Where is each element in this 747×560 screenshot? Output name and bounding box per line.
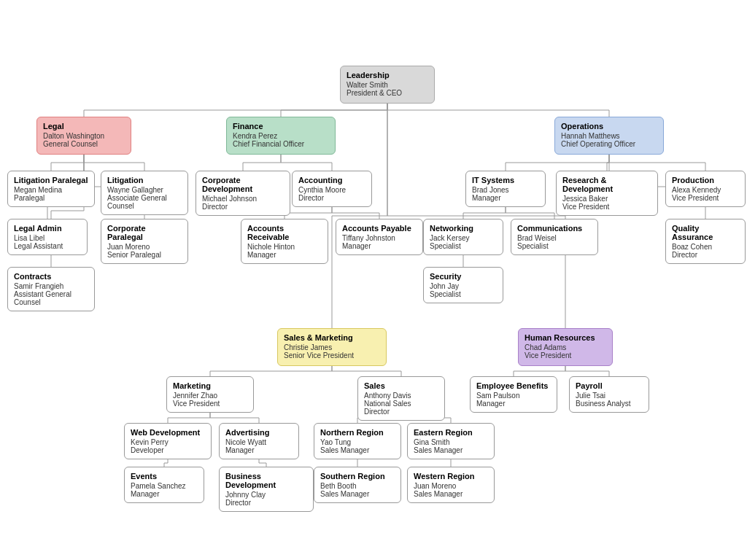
node-employee_benefits: Employee BenefitsSam PaulsonManager [470,376,557,413]
node-title-sales: Sales [364,381,438,390]
node-western_region: Western RegionJuan MorenoSales Manager [407,467,495,503]
node-legal: LegalDalton WashingtonGeneral Counsel [36,117,131,155]
node-title-communications: Communications [517,224,592,233]
node-role-accounts_pay: Manager [342,242,417,250]
node-title-contracts: Contracts [14,272,88,281]
node-title-corp_paralegal: Corporate Paralegal [107,224,182,241]
node-title-corporate_dev: Corporate Development [202,176,284,193]
node-accounts_pay: Accounts PayableTiffany JohnstonManager [336,219,423,255]
node-payroll: PayrollJulie TsaiBusiness Analyst [569,376,649,413]
node-name-sales: Anthony Davis [364,392,438,400]
node-role-litigation_paralegal: Paralegal [14,194,88,202]
node-name-events: Pamela Sanchez [131,482,198,490]
node-role-western_region: Sales Manager [414,490,488,498]
node-name-payroll: Julie Tsai [576,392,643,400]
node-eastern_region: Eastern RegionGina SmithSales Manager [407,423,495,459]
node-title-security: Security [430,272,497,281]
node-role-corporate_dev: Director [202,203,284,211]
node-role-southern_region: Sales Manager [320,490,395,498]
node-title-western_region: Western Region [414,472,488,481]
node-sales: SalesAnthony DavisNational Sales Directo… [357,376,445,421]
node-title-accounts_pay: Accounts Payable [342,224,417,233]
node-name-web_dev: Kevin Perry [131,438,205,446]
node-name-corporate_dev: Michael Johnson [202,195,284,203]
node-human_resources: Human ResourcesChad AdamsVice President [518,328,613,366]
node-role-sales: National Sales Director [364,400,438,416]
node-role-litigation: Associate General Counsel [107,194,182,210]
node-title-marketing: Marketing [173,381,247,390]
node-title-biz_dev: Business Development [225,472,307,489]
node-accounts_recv: Accounts ReceivableNichole HintonManager [241,219,328,264]
node-name-accounts_recv: Nichole Hinton [247,243,322,251]
node-title-human_resources: Human Resources [525,333,606,342]
node-title-leadership: Leadership [347,71,428,79]
node-name-it_systems: Brad Jones [472,186,539,194]
node-title-accounts_recv: Accounts Receivable [247,224,322,241]
node-name-corp_paralegal: Juan Moreno [107,243,182,251]
node-leadership: LeadershipWalter SmithPresident & CEO [340,66,435,104]
node-role-production: Vice President [672,194,739,202]
node-role-marketing: Vice President [173,400,247,408]
node-role-accounting: Director [298,194,365,202]
node-role-legal_admin: Legal Assistant [14,242,81,250]
node-title-operations: Operations [561,122,657,131]
node-litigation_paralegal: Litigation ParalegalMegan MedinaParalega… [7,171,95,207]
node-name-communications: Brad Weisel [517,234,592,242]
node-role-security: Specialist [430,290,497,298]
node-sales_marketing: Sales & MarketingChristie JamesSenior Vi… [277,328,387,366]
node-name-security: John Jay [430,282,497,290]
node-web_dev: Web DevelopmentKevin PerryDeveloper [124,423,212,459]
node-name-western_region: Juan Moreno [414,482,488,490]
node-events: EventsPamela SanchezManager [124,467,204,503]
node-role-legal: General Counsel [43,140,125,148]
node-name-eastern_region: Gina Smith [414,438,488,446]
node-role-operations: Chief Operating Officer [561,140,657,148]
node-litigation: LitigationWayne GallagherAssociate Gener… [101,171,188,215]
node-name-northern_region: Yao Tung [320,438,395,446]
node-title-sales_marketing: Sales & Marketing [284,333,380,342]
node-role-finance: Chief Financial Officer [233,140,329,148]
node-name-legal: Dalton Washington [43,132,125,140]
node-contracts: ContractsSamir FrangiehAssistant General… [7,267,95,311]
node-name-legal_admin: Lisa Libel [14,234,81,242]
node-biz_dev: Business DevelopmentJohnny ClayDirector [219,467,314,512]
node-research_dev: Research & DevelopmentJessica BakerVice … [556,171,658,216]
node-title-litigation: Litigation [107,176,182,184]
node-name-operations: Hannah Matthews [561,132,657,140]
node-networking: NetworkingJack KerseySpecialist [423,219,503,255]
node-role-payroll: Business Analyst [576,400,643,408]
org-chart: LeadershipWalter SmithPresident & CEOLeg… [0,0,747,560]
node-role-it_systems: Manager [472,194,539,202]
node-name-leadership: Walter Smith [347,81,428,89]
node-title-finance: Finance [233,122,329,131]
node-it_systems: IT SystemsBrad JonesManager [465,171,546,207]
node-role-web_dev: Developer [131,446,205,454]
node-name-advertising: Nicole Wyatt [225,438,293,446]
node-title-networking: Networking [430,224,497,233]
node-role-northern_region: Sales Manager [320,446,395,454]
node-title-quality_assurance: Quality Assurance [672,224,739,241]
node-title-events: Events [131,472,198,481]
node-accounting: AccountingCynthia MooreDirector [292,171,372,207]
node-corporate_dev: Corporate DevelopmentMichael JohnsonDire… [196,171,290,216]
node-quality_assurance: Quality AssuranceBoaz CohenDirector [665,219,746,264]
node-title-accounting: Accounting [298,176,365,184]
node-title-web_dev: Web Development [131,428,205,437]
node-legal_admin: Legal AdminLisa LibelLegal Assistant [7,219,88,255]
node-title-research_dev: Research & Development [562,176,651,193]
node-title-advertising: Advertising [225,428,293,437]
node-role-biz_dev: Director [225,499,307,507]
node-role-networking: Specialist [430,242,497,250]
node-communications: CommunicationsBrad WeiselSpecialist [511,219,598,255]
node-name-networking: Jack Kersey [430,234,497,242]
node-name-biz_dev: Johnny Clay [225,491,307,499]
node-name-southern_region: Beth Booth [320,482,395,490]
node-name-marketing: Jennifer Zhao [173,392,247,400]
node-advertising: AdvertisingNicole WyattManager [219,423,299,459]
node-title-employee_benefits: Employee Benefits [476,381,551,390]
node-name-accounts_pay: Tiffany Johnston [342,234,417,242]
node-title-northern_region: Northern Region [320,428,395,437]
node-role-advertising: Manager [225,446,293,454]
node-marketing: MarketingJennifer ZhaoVice President [166,376,254,413]
node-role-leadership: President & CEO [347,89,428,97]
